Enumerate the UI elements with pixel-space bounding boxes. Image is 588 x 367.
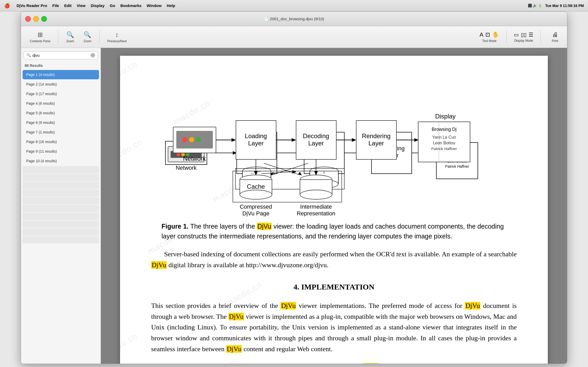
svg-text:Browsing Dj: Browsing Dj [432, 127, 457, 132]
svg-point-40 [189, 137, 194, 142]
result-page-3[interactable]: Page 3 (17 results) [23, 89, 99, 98]
contents-pane-button[interactable]: ⊞ Contents Pane [26, 30, 54, 45]
svg-text:Display: Display [435, 113, 456, 120]
menu-edit[interactable]: Edit [62, 3, 74, 8]
result-page-10[interactable]: Page 10 (4 results) [23, 156, 99, 166]
svg-text:Compressed: Compressed [240, 203, 272, 210]
svg-text:Leon Bottou: Leon Bottou [433, 141, 455, 145]
sidebar-placeholder-9 [23, 228, 99, 236]
traffic-lights [25, 16, 47, 22]
menu-help[interactable]: Help [164, 3, 178, 8]
svg-marker-86 [270, 172, 274, 175]
print-button[interactable]: 🖨 Print [548, 30, 562, 44]
result-page-4[interactable]: Page 4 (6 results) [23, 99, 99, 108]
djvu-highlight-4: DjVu [226, 345, 242, 353]
figure-djvu-highlight: DjVu [257, 223, 272, 230]
contents-pane-label: Contents Pane [30, 39, 50, 43]
svg-marker-49 [292, 138, 296, 142]
display-mode-label: Display Mode [514, 39, 533, 43]
search-input[interactable] [32, 53, 90, 58]
menu-bookmarks[interactable]: Bookmarks [118, 3, 144, 8]
result-page-7[interactable]: Page 7 (1 results) [23, 128, 99, 137]
sidebar-placeholder-8 [23, 221, 99, 228]
zoom-in-label: Zoom [83, 39, 92, 43]
document-view[interactable]: macdo.cn macdo.cn macdo.cn macdo.cn macd… [101, 48, 567, 364]
sidebar-placeholder-7 [23, 213, 99, 220]
fullscreen-button[interactable] [41, 16, 47, 22]
server-paragraph: Server-based indexing of document collec… [151, 249, 517, 270]
minimize-button[interactable] [33, 16, 39, 22]
svg-text:DjVu Page: DjVu Page [242, 210, 269, 216]
toolbar: ⊞ Contents Pane 🔍 Zoom 🔍 Zoom ↕ Previous… [21, 26, 567, 48]
single-page-icon[interactable]: ▭ [514, 32, 519, 38]
menu-view[interactable]: View [74, 3, 88, 8]
results-list: Page 1 (4 results) Page 2 (14 results) P… [21, 70, 101, 364]
toolbar-separator-4 [541, 31, 541, 44]
text-tool-icon[interactable]: A [480, 31, 484, 38]
tool-mode-label: Tool Mode [482, 39, 496, 43]
results-count: 88 Results [21, 62, 101, 70]
sidebar-placeholder-6 [23, 205, 99, 212]
djvu-highlight-1: DjVu [281, 302, 296, 309]
svg-text:Yann Le Cun: Yann Le Cun [432, 135, 456, 139]
scroll-icon[interactable]: ☰ [529, 32, 533, 38]
zoom-in-button[interactable]: 🔍 Zoom [80, 30, 95, 45]
svg-point-71 [240, 190, 272, 199]
result-page-8[interactable]: Page 8 (16 results) [23, 137, 99, 146]
zoom-out-button[interactable]: 🔍 Zoom [62, 30, 78, 45]
figure-label: Figure 1. [162, 223, 188, 230]
apple-menu[interactable]: 🍎 [4, 3, 10, 9]
menubar: 🍎 DjVu Reader Pro File Edit View Display… [0, 0, 588, 11]
document-body: Server-based indexing of document collec… [151, 249, 517, 364]
page-content: macdo.cn macdo.cn macdo.cn macdo.cn macd… [120, 56, 548, 364]
sidebar-placeholder-2 [23, 174, 99, 181]
contents-pane-icon: ⊞ [38, 31, 43, 38]
print-label: Print [552, 39, 558, 43]
select-tool-icon[interactable]: ⊡ [485, 31, 490, 38]
menubar-icons: ⬛ 🔊 🔋 [528, 4, 542, 8]
sidebar-placeholder-4 [23, 189, 99, 197]
rendering-layer-node: Rendering Layer [356, 121, 396, 159]
app-name[interactable]: DjVu Reader Pro [14, 3, 50, 8]
loading-layer-node: Loading Layer [236, 121, 276, 159]
prev-next-button[interactable]: ↕ Previous/Next [104, 30, 130, 45]
svg-marker-44 [232, 138, 236, 142]
hand-tool-icon[interactable]: ✋ [492, 31, 499, 38]
result-page-6[interactable]: Page 6 (9 results) [23, 118, 99, 127]
two-page-icon[interactable]: ▯▯ [521, 32, 527, 38]
result-page-2[interactable]: Page 2 (14 results) [23, 80, 99, 89]
menu-display[interactable]: Display [88, 3, 107, 8]
svg-text:Representation: Representation [297, 210, 335, 216]
svg-text:Loading: Loading [245, 132, 267, 139]
svg-point-41 [196, 137, 201, 142]
svg-text:Layer: Layer [308, 140, 324, 147]
close-button[interactable] [25, 16, 31, 22]
network-node: Network [173, 127, 216, 162]
menu-window[interactable]: Window [144, 3, 164, 8]
menu-go[interactable]: Go [107, 3, 118, 8]
display-mode-icons: ▭ ▯▯ ☰ [514, 32, 533, 38]
clock: Tue Mar 9 11:59:16 PM [545, 4, 584, 8]
result-page-9[interactable]: Page 9 (11 results) [23, 147, 99, 156]
decoding-layer-node: Decoding Layer [296, 121, 336, 159]
svg-point-39 [182, 137, 187, 142]
result-page-1[interactable]: Page 1 (4 results) [23, 70, 99, 79]
figure-caption: Figure 1. The three layers of the DjVu v… [162, 222, 506, 241]
djvu-highlight-5: DjVu [363, 363, 379, 364]
diagram-wrapper: Network Loading Layer [151, 102, 517, 216]
search-clear-button[interactable]: ✕ [90, 53, 95, 58]
toolbar-separator-3 [506, 31, 507, 44]
section4-para2: This overview focuses on the decoding an… [151, 362, 517, 364]
djvu-highlight-2: DjVu [465, 302, 480, 309]
svg-text:Decoding: Decoding [303, 132, 329, 139]
menu-file[interactable]: File [50, 3, 62, 8]
main-diagram: Network Loading Layer [165, 102, 502, 216]
tool-mode-icons: A ⊡ ✋ [480, 31, 499, 38]
zoom-in-icon: 🔍 [83, 31, 91, 38]
figure-text-before: The three layers of the [190, 223, 257, 230]
svg-text:Patrick Haffner: Patrick Haffner [431, 146, 457, 151]
result-page-5[interactable]: Page 5 (6 results) [23, 108, 99, 118]
svg-text:Layer: Layer [248, 140, 264, 147]
app-window: 📄 2001_doc_browsing.djvu (9/10) ⊞ Conten… [21, 11, 567, 364]
sidebar-placeholder-3 [23, 182, 99, 189]
